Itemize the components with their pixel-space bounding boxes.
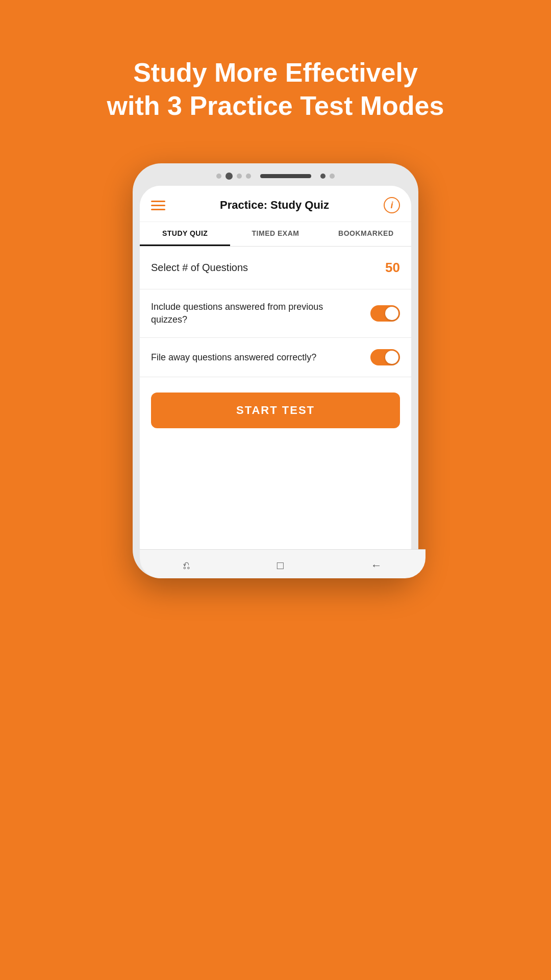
hamburger-line1 [151,201,165,202]
toggle-previous-quizzes-row: Include questions answered from previous… [140,289,411,338]
toggle1-label: Include questions answered from previous… [151,301,360,326]
dot1 [216,174,221,179]
info-button[interactable]: i [384,197,400,213]
tab-study-quiz[interactable]: STUDY QUIZ [140,222,230,246]
content-extra-space [140,444,411,566]
toggle-file-away-row: File away questions answered correctly? [140,338,411,377]
home-icon[interactable]: □ [277,559,284,566]
questions-label: Select # of Questions [151,262,248,274]
start-test-button[interactable]: START TEST [151,393,400,428]
content-area: Select # of Questions 50 Include questio… [140,247,411,566]
questions-row[interactable]: Select # of Questions 50 [140,247,411,289]
tab-bar: STUDY QUIZ TIMED EXAM BOOKMARKED [140,222,411,247]
dot2 [226,173,233,180]
phone-status-bar [140,173,411,180]
questions-value: 50 [385,260,400,276]
menu-button[interactable] [151,201,165,210]
app-header: Practice: Study Quiz i [140,186,411,222]
back-icon[interactable]: ← [371,559,382,566]
notch-bar [260,174,311,178]
app-title: Practice: Study Quiz [220,199,329,212]
toggle2-label: File away questions answered correctly? [151,351,360,364]
hamburger-line2 [151,205,165,206]
phone-mockup: Practice: Study Quiz i STUDY QUIZ TIMED … [133,163,418,578]
headline: Study More Effectively with 3 Practice T… [77,56,475,122]
dot5 [320,174,325,179]
toggle2-slider [370,349,400,365]
info-icon-label: i [390,200,393,211]
start-btn-container: START TEST [140,377,411,444]
toggle1-switch[interactable] [370,305,400,322]
tab-timed-exam[interactable]: TIMED EXAM [230,222,320,246]
headline-line1: Study More Effectively [133,58,418,87]
hamburger-line3 [151,209,165,210]
dot3 [237,174,242,179]
toggle2-switch[interactable] [370,349,400,365]
tab-bookmarked[interactable]: BOOKMARKED [321,222,411,246]
dot6 [330,174,335,179]
headline-line2: with 3 Practice Test Modes [107,91,444,120]
bottom-nav: ⎌ □ ← [140,549,411,566]
dot4 [246,174,251,179]
toggle1-slider [370,305,400,322]
recent-apps-icon[interactable]: ⎌ [183,559,190,566]
phone-screen: Practice: Study Quiz i STUDY QUIZ TIMED … [140,186,411,566]
